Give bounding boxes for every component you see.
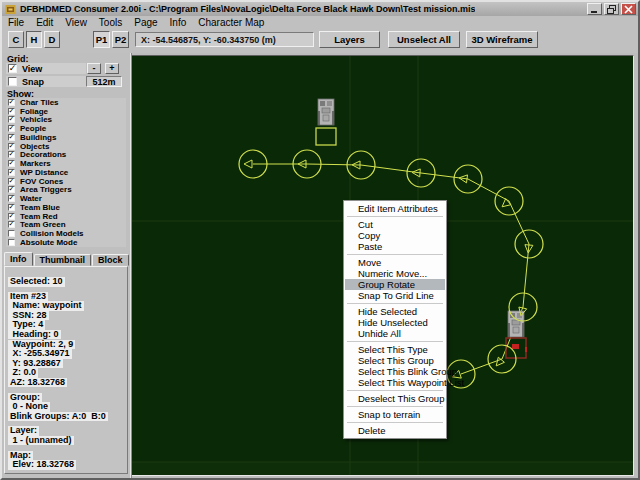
restore-icon xyxy=(607,5,616,14)
minimize-button[interactable] xyxy=(587,3,602,15)
context-menu-item-select-this-waypoint-list[interactable]: Select This Waypoint List xyxy=(345,377,445,388)
context-menu-item-group-rotate[interactable]: Group Rotate xyxy=(345,279,445,290)
page-p2-button[interactable]: P2 xyxy=(112,31,129,48)
3d-wireframe-button[interactable]: 3D Wireframe xyxy=(466,31,538,48)
page-p1-button[interactable]: P1 xyxy=(93,31,110,48)
show-row-vehicles: ✓Vehicles xyxy=(6,116,126,125)
show-label-wp-distance: WP Distance xyxy=(20,168,68,177)
show-checkbox-decorations[interactable]: ✓ xyxy=(8,151,15,158)
show-label-team-blue: Team Blue xyxy=(20,203,60,212)
zoom-out-button[interactable]: - xyxy=(87,63,101,74)
show-row-buildings: ✓Buildings xyxy=(6,133,126,142)
menu-info[interactable]: Info xyxy=(164,17,193,28)
show-row-area-triggers: ✓Area Triggers xyxy=(6,186,126,195)
show-row-foliage: ✓Foliage xyxy=(6,107,126,116)
context-menu-item-select-this-group[interactable]: Select This Group xyxy=(345,355,445,366)
menu-tools[interactable]: Tools xyxy=(93,17,128,28)
show-checkbox-team-green[interactable]: ✓ xyxy=(8,221,15,228)
context-menu-item-paste[interactable]: Paste xyxy=(345,241,445,252)
menu-character-map[interactable]: Character Map xyxy=(192,17,270,28)
show-row-team-green: ✓Team Green xyxy=(6,221,126,230)
titlebar[interactable]: DFBHDMED Consumer 2.00i - C:\Program Fil… xyxy=(2,2,638,16)
show-checkbox-fov-cones[interactable]: ✓ xyxy=(8,178,15,185)
cursor-coordinates-readout: X: -54.546875, Y: -60.343750 (m) xyxy=(135,32,314,47)
show-row-objects: ✓Objects xyxy=(6,142,126,151)
map-terrain-tile xyxy=(132,462,633,475)
zoom-in-button[interactable]: + xyxy=(105,63,119,74)
show-label-decorations: Decorations xyxy=(20,150,66,159)
terrain-d-button[interactable]: D xyxy=(44,31,60,48)
show-checkbox-objects[interactable]: ✓ xyxy=(8,143,15,150)
context-menu-item-snap-to-grid-line[interactable]: Snap To Grid Line xyxy=(345,290,445,301)
show-row-markers: ✓Markers xyxy=(6,159,126,168)
show-checkbox-foliage[interactable]: ✓ xyxy=(8,108,15,115)
show-checkbox-team-red[interactable]: ✓ xyxy=(8,213,15,220)
terrain-c-button[interactable]: C xyxy=(8,31,24,48)
show-checkbox-markers[interactable]: ✓ xyxy=(8,160,15,167)
context-menu-item-hide-unselected[interactable]: Hide Unselected xyxy=(345,317,445,328)
show-checkbox-vehicles[interactable]: ✓ xyxy=(8,116,15,123)
show-label-fov-cones: FOV Cones xyxy=(20,177,63,186)
show-label-buildings: Buildings xyxy=(20,133,56,142)
context-menu-item-select-this-type[interactable]: Select This Type xyxy=(345,344,445,355)
show-checkbox-team-blue[interactable]: ✓ xyxy=(8,204,15,211)
layers-button[interactable]: Layers xyxy=(319,31,380,48)
show-checkbox-area-triggers[interactable]: ✓ xyxy=(8,186,15,193)
show-row-team-blue: ✓Team Blue xyxy=(6,203,126,212)
menu-view[interactable]: View xyxy=(59,17,93,28)
context-menu-item-hide-selected[interactable]: Hide Selected xyxy=(345,306,445,317)
show-checkbox-buildings[interactable]: ✓ xyxy=(8,134,15,141)
terrain-h-button[interactable]: H xyxy=(26,31,42,48)
left-panel: Grid: ✓ View - + Snap 512m Show: ✓Char T… xyxy=(2,52,132,478)
show-checkbox-wp-distance[interactable]: ✓ xyxy=(8,169,15,176)
show-label-team-green: Team Green xyxy=(20,220,66,229)
context-menu-separator xyxy=(347,341,443,342)
grid-snap-checkbox[interactable] xyxy=(8,77,17,86)
grid-snap-size-value: 512m xyxy=(86,76,122,87)
context-menu-item-delete[interactable]: Delete xyxy=(345,425,445,436)
show-label-area-triggers: Area Triggers xyxy=(20,185,72,194)
info-group: Layer: 1 - (unnamed) xyxy=(8,419,127,438)
tab-thumbnail[interactable]: Thumbnail xyxy=(34,254,92,266)
show-checkbox-water[interactable]: ✓ xyxy=(8,195,15,202)
grid-snap-row: Snap xyxy=(6,76,86,87)
context-menu-separator xyxy=(347,422,443,423)
show-filter-list: ✓Char Tiles✓Foliage✓Vehicles✓People✓Buil… xyxy=(6,98,126,247)
show-row-decorations: ✓Decorations xyxy=(6,151,126,160)
context-menu-separator xyxy=(347,406,443,407)
context-menu-item-copy[interactable]: Copy xyxy=(345,230,445,241)
tab-info[interactable]: Info xyxy=(4,252,33,266)
show-checkbox-absolute-mode[interactable] xyxy=(8,239,15,246)
show-label-collision-models: Collision Models xyxy=(20,229,84,238)
context-menu-item-cut[interactable]: Cut xyxy=(345,219,445,230)
context-menu-item-numeric-move[interactable]: Numeric Move... xyxy=(345,268,445,279)
info-tab-strip: InfoThumbnailBlock xyxy=(4,252,130,266)
info-group: Item #23 Name: waypoint SSN: 28 Type: 4 … xyxy=(8,285,127,381)
info-group: Selected: 10 xyxy=(8,270,127,280)
grid-snap-label: Snap xyxy=(22,77,44,87)
context-menu-item-snap-to-terrain[interactable]: Snap to terrain xyxy=(345,409,445,420)
context-menu-item-move[interactable]: Move xyxy=(345,257,445,268)
show-checkbox-people[interactable]: ✓ xyxy=(8,125,15,132)
unselect-all-button[interactable]: Unselect All xyxy=(388,31,460,48)
show-checkbox-collision-models[interactable] xyxy=(8,230,15,237)
show-row-people: ✓People xyxy=(6,124,126,133)
context-menu-separator xyxy=(347,216,443,217)
show-label-objects: Objects xyxy=(20,142,49,151)
close-button[interactable] xyxy=(621,3,636,15)
show-row-wp-distance: ✓WP Distance xyxy=(6,168,126,177)
show-checkbox-char-tiles[interactable]: ✓ xyxy=(8,99,15,106)
tab-block[interactable]: Block xyxy=(92,254,129,266)
menu-file[interactable]: File xyxy=(2,17,30,28)
toolbar: X: -54.546875, Y: -60.343750 (m) CHDP1P2… xyxy=(2,29,638,53)
grid-view-checkbox[interactable]: ✓ xyxy=(8,64,17,73)
restore-button[interactable] xyxy=(604,3,619,15)
context-menu-item-select-this-blink-group[interactable]: Select This Blink Group xyxy=(345,366,445,377)
minimize-icon xyxy=(590,5,599,14)
show-label-char-tiles: Char Tiles xyxy=(20,98,59,107)
context-menu-item-unhide-all[interactable]: Unhide All xyxy=(345,328,445,339)
context-menu-item-edit-item-attributes[interactable]: Edit Item Attributes xyxy=(345,203,445,214)
menu-page[interactable]: Page xyxy=(128,17,163,28)
context-menu-item-deselect-this-group[interactable]: Deselect This Group xyxy=(345,393,445,404)
menu-edit[interactable]: Edit xyxy=(30,17,59,28)
